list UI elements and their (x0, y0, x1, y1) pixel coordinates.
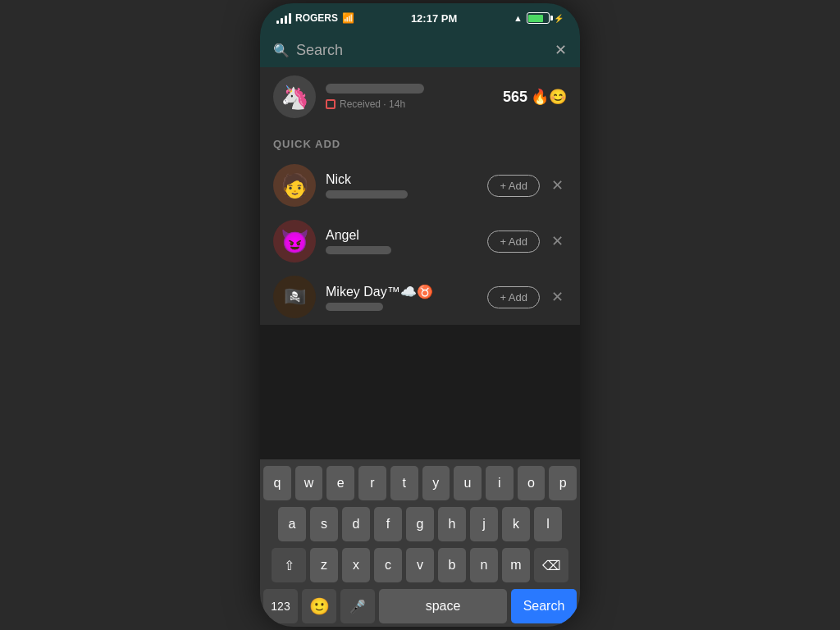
key-j[interactable]: j (470, 507, 498, 541)
nick-subbar (326, 190, 408, 199)
close-button[interactable]: ✕ (555, 41, 567, 59)
angel-dismiss-button[interactable]: ✕ (548, 229, 567, 253)
key-x[interactable]: x (342, 548, 370, 582)
mikey-subbar (326, 303, 383, 311)
quick-add-item-nick: 🧑 Nick + Add ✕ (260, 158, 580, 213)
key-backspace[interactable]: ⌫ (534, 548, 568, 582)
top-friend-row: 🦄 Received · 14h 565 🔥😊 (260, 67, 580, 126)
key-v[interactable]: v (406, 548, 434, 582)
main-content: 🦄 Received · 14h 565 🔥😊 QUICK ADD 🧑 (260, 67, 580, 325)
top-friend-info: Received · 14h (326, 84, 503, 110)
search-icon: 🔍 (273, 43, 290, 58)
key-q[interactable]: q (263, 466, 291, 500)
key-i[interactable]: i (486, 466, 514, 500)
key-e[interactable]: e (326, 466, 354, 500)
quick-add-header: QUICK ADD (260, 126, 580, 158)
status-bar: ROGERS 📶 12:17 PM ▲ ⚡ (260, 3, 580, 33)
key-emoji[interactable]: 🙂 (302, 589, 336, 623)
key-d[interactable]: d (342, 507, 370, 541)
status-right: ▲ ⚡ (514, 12, 564, 24)
top-friend-name-bar (326, 84, 424, 94)
streak-info: 565 🔥😊 (503, 88, 567, 106)
key-w[interactable]: w (295, 466, 323, 500)
received-text: Received · 14h (340, 98, 405, 110)
search-placeholder[interactable]: Search (296, 42, 343, 59)
search-bar: 🔍 Search ✕ (260, 33, 580, 67)
keyboard: q w e r t y u i o p a s d f g h j k l ⇧ … (260, 459, 580, 627)
keyboard-row-3: ⇧ z x c v b n m ⌫ (263, 548, 577, 582)
key-g[interactable]: g (406, 507, 434, 541)
keyboard-row-bottom: 123 🙂 🎤 space Search (263, 589, 577, 623)
top-friend-avatar[interactable]: 🦄 (273, 75, 316, 118)
status-indicator-icon (326, 99, 336, 109)
angel-subbar (326, 246, 391, 254)
key-r[interactable]: r (358, 466, 386, 500)
bolt-icon: ⚡ (554, 14, 564, 23)
keyboard-row-2: a s d f g h j k l (263, 507, 577, 541)
angel-name: Angel (326, 228, 487, 243)
key-s[interactable]: s (310, 507, 338, 541)
key-h[interactable]: h (438, 507, 466, 541)
nick-name: Nick (326, 172, 487, 187)
key-m[interactable]: m (502, 548, 530, 582)
phone-frame: ROGERS 📶 12:17 PM ▲ ⚡ 🔍 Search ✕ 🦄 (260, 3, 580, 627)
time-label: 12:17 PM (411, 12, 457, 25)
key-t[interactable]: t (390, 466, 418, 500)
key-y[interactable]: y (422, 466, 450, 500)
signal-bars-icon (276, 12, 291, 24)
key-p[interactable]: p (549, 466, 577, 500)
key-n[interactable]: n (470, 548, 498, 582)
key-shift[interactable]: ⇧ (272, 548, 306, 582)
carrier-label: ROGERS (295, 12, 338, 24)
key-f[interactable]: f (374, 507, 402, 541)
key-o[interactable]: o (518, 466, 546, 500)
wifi-icon: 📶 (342, 12, 354, 24)
key-c[interactable]: c (374, 548, 402, 582)
key-b[interactable]: b (438, 548, 466, 582)
key-k[interactable]: k (502, 507, 530, 541)
battery-icon (527, 12, 550, 24)
key-l[interactable]: l (534, 507, 562, 541)
streak-count: 565 (503, 89, 527, 106)
key-space[interactable]: space (379, 589, 507, 623)
key-search[interactable]: Search (511, 589, 577, 623)
nick-dismiss-button[interactable]: ✕ (548, 173, 567, 198)
search-input-area[interactable]: 🔍 Search (273, 42, 546, 59)
angel-add-button[interactable]: + Add (487, 231, 540, 253)
streak-emojis: 🔥😊 (531, 88, 567, 106)
key-a[interactable]: a (278, 507, 306, 541)
angel-info: Angel (326, 228, 487, 254)
location-icon: ▲ (514, 13, 523, 23)
nick-add-button[interactable]: + Add (487, 175, 540, 197)
quick-add-item-mikey: 🏴‍☠️ Mikey Day™☁️♉ + Add ✕ (260, 269, 580, 325)
quick-add-list: 🧑 Nick + Add ✕ 😈 Angel (260, 158, 580, 325)
quick-add-title: QUICK ADD (273, 138, 340, 150)
mikey-dismiss-button[interactable]: ✕ (548, 285, 567, 309)
quick-add-item-angel: 😈 Angel + Add ✕ (260, 213, 580, 269)
mikey-avatar[interactable]: 🏴‍☠️ (273, 276, 316, 318)
key-numbers[interactable]: 123 (263, 589, 298, 623)
angel-avatar[interactable]: 😈 (273, 220, 316, 262)
keyboard-row-1: q w e r t y u i o p (263, 466, 577, 500)
mikey-info: Mikey Day™☁️♉ (326, 284, 487, 311)
nick-avatar[interactable]: 🧑 (273, 164, 316, 207)
status-left: ROGERS 📶 (276, 12, 354, 24)
mikey-add-button[interactable]: + Add (487, 286, 540, 308)
nick-info: Nick (326, 172, 487, 199)
key-z[interactable]: z (310, 548, 338, 582)
mikey-name: Mikey Day™☁️♉ (326, 284, 487, 299)
key-microphone[interactable]: 🎤 (340, 589, 375, 623)
top-friend-status: Received · 14h (326, 98, 503, 110)
key-u[interactable]: u (454, 466, 482, 500)
